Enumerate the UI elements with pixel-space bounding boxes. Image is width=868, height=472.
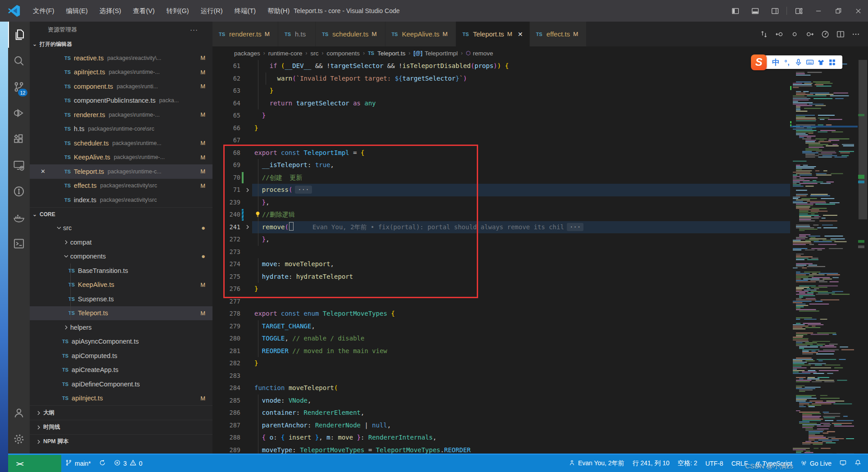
nav-back-icon[interactable] — [772, 27, 787, 42]
open-editor-item[interactable]: TSeffect.tspackages\reactivity\srcM — [30, 179, 212, 193]
breadcrumb-symbol[interactable]: TeleportImpl — [425, 50, 458, 57]
tree-item-suspense-ts[interactable]: TSSuspense.ts — [30, 292, 212, 306]
sogou-ime-logo[interactable]: S — [751, 54, 767, 70]
code-line-63[interactable]: 63 } — [212, 85, 790, 97]
menu-item[interactable]: 转到(G) — [161, 4, 195, 18]
toggle-secondary-sidebar-icon[interactable] — [765, 0, 785, 22]
minimize-icon[interactable] — [809, 0, 828, 22]
panel-大纲[interactable]: 大纲 — [30, 405, 212, 420]
panel-时间线[interactable]: 时间线 — [30, 420, 212, 434]
code-line-284[interactable]: 284function moveTeleport( — [212, 382, 790, 395]
close-icon[interactable]: ✕ — [41, 168, 45, 175]
activitybar-settings-icon[interactable] — [8, 426, 30, 452]
code-line-64[interactable]: 64 return targetSelector as any — [212, 97, 790, 110]
breadcrumb-folder[interactable]: src — [311, 50, 319, 57]
open-editor-item[interactable]: TScomponentPublicInstance.tspacka... — [30, 94, 212, 108]
statusbar-branch[interactable]: main* — [61, 455, 95, 472]
breadcrumb-folder[interactable]: components — [327, 50, 360, 57]
code-line-283[interactable]: 283 — [212, 370, 790, 382]
statusbar-blame[interactable]: Evan You, 2年前 — [565, 455, 628, 472]
code-line-69[interactable]: 69 __isTeleport: true, — [212, 159, 790, 172]
code-line-282[interactable]: 282} — [212, 357, 790, 370]
code-line-62[interactable]: 62 warn(`Invalid Teleport target: ${targ… — [212, 73, 790, 85]
statusbar-bell[interactable] — [850, 455, 865, 472]
ime-ink-icon[interactable]: °, — [782, 59, 793, 66]
code-line-288[interactable]: 288 { o: { insert }, m: move }: Renderer… — [212, 431, 790, 444]
toggle-sidebar-icon[interactable] — [725, 0, 745, 22]
code-line-65[interactable]: 65 } — [212, 109, 790, 122]
open-editor-item[interactable]: TSKeepAlive.tspackages\runtime-...M — [30, 150, 212, 165]
split-editor-icon[interactable] — [833, 27, 848, 42]
statusbar-cast[interactable] — [836, 455, 850, 472]
statusbar-indentation[interactable]: 空格: 2 — [674, 455, 701, 472]
code-line-275[interactable]: 275 hydrate: hydrateTeleport — [212, 271, 790, 283]
activitybar-search-icon[interactable] — [8, 48, 30, 74]
code-line-71[interactable]: 71 process(··· — [212, 184, 790, 196]
tab-scheduler.ts[interactable]: TSscheduler.tsM — [316, 22, 385, 46]
tree-item-apiinject-ts[interactable]: TSapiInject.tsM — [30, 391, 212, 406]
activitybar-source-control-icon[interactable]: 12 — [8, 74, 30, 100]
tree-item-compat[interactable]: compat — [30, 235, 212, 250]
tree-item-src[interactable]: src● — [30, 221, 212, 236]
code-line-273[interactable]: 273 — [212, 246, 790, 259]
menu-item[interactable]: 文件(F) — [27, 4, 60, 18]
sidebar-more-actions-icon[interactable]: ··· — [190, 26, 198, 33]
activitybar-remote-explorer-icon[interactable] — [8, 152, 30, 178]
code-line-61[interactable]: 61 if (__DEV__ && !targetSelector && !is… — [212, 60, 790, 73]
lightbulb-icon[interactable] — [254, 209, 262, 222]
statusbar-go-live[interactable]: Go Live — [796, 455, 836, 472]
code-line-285[interactable]: 285 vnode: VNode, — [212, 395, 790, 407]
tree-item-basetransition-ts[interactable]: TSBaseTransition.ts — [30, 263, 212, 278]
fold-chevron-icon[interactable] — [243, 221, 252, 234]
toggle-panel-icon[interactable] — [745, 0, 765, 22]
open-editor-item[interactable]: TSscheduler.tspackages\runtime...M — [30, 136, 212, 150]
fold-chevron-icon[interactable] — [243, 184, 252, 196]
tree-item-apiasynccomponent-ts[interactable]: TSapiAsyncComponent.ts — [30, 335, 212, 349]
breadcrumb-symbol[interactable]: remove — [473, 50, 493, 57]
open-editor-item[interactable]: TSindex.tspackages\reactivity\src — [30, 193, 212, 207]
tree-item-teleport-ts[interactable]: TSTeleport.tsM — [30, 306, 212, 321]
scrollbar[interactable] — [858, 60, 868, 455]
menu-item[interactable]: 编辑(E) — [60, 4, 94, 18]
open-editor-item[interactable]: TSreactive.tspackages\reactivity\...M — [30, 51, 212, 65]
ime-toolbar[interactable]: S 中°, — [751, 55, 842, 69]
ime-toolbox-icon[interactable] — [827, 59, 838, 66]
tab-effect.ts[interactable]: TSeffect.tsM — [530, 22, 587, 46]
statusbar-problems[interactable]: 30 — [110, 455, 147, 472]
tree-item-apidefinecomponent-ts[interactable]: TSapiDefineComponent.ts — [30, 377, 212, 391]
tree-item-apicomputed-ts[interactable]: TSapiComputed.ts — [30, 349, 212, 363]
close-icon[interactable] — [848, 0, 868, 22]
folded-code-dots[interactable]: ··· — [295, 186, 312, 194]
activitybar-account-icon[interactable] — [8, 400, 30, 426]
code-line-66[interactable]: 66} — [212, 122, 790, 135]
breadcrumb-file[interactable]: Teleport.ts — [377, 50, 405, 57]
open-changes-icon[interactable] — [756, 27, 772, 42]
tree-item-keepalive-ts[interactable]: TSKeepAlive.tsM — [30, 278, 212, 292]
code-line-272[interactable]: 272 }, — [212, 233, 790, 246]
menu-item[interactable]: 选择(S) — [94, 4, 127, 18]
close-icon[interactable]: ✕ — [518, 31, 523, 38]
statusbar-encoding[interactable]: UTF-8 — [701, 455, 728, 472]
open-editor-item[interactable]: TSh.tspackages\runtime-core\src — [30, 122, 212, 136]
code-line-68[interactable]: 68export const TeleportImpl = { — [212, 147, 790, 159]
section-open-editors[interactable]: ⌄ 打开的编辑器 — [30, 37, 212, 51]
code-line-276[interactable]: 276} — [212, 283, 790, 295]
nav-location-icon[interactable] — [787, 27, 802, 42]
tab-renderer.ts[interactable]: TSrenderer.tsM — [212, 22, 278, 46]
more-actions-icon[interactable] — [848, 27, 863, 42]
tab-KeepAlive.ts[interactable]: TSKeepAlive.tsM — [385, 22, 457, 46]
statusbar-remote-indicator[interactable]: >< — [8, 455, 61, 472]
activitybar-gitlens-icon[interactable] — [8, 178, 30, 204]
section-core[interactable]: ⌄ CORE — [30, 207, 212, 221]
activitybar-run-debug-icon[interactable] — [8, 100, 30, 126]
minimap[interactable] — [790, 60, 858, 455]
code-line-240[interactable]: 240//删除逻辑 — [212, 209, 790, 221]
ime-mic-icon[interactable] — [793, 59, 804, 66]
breadcrumb-folder[interactable]: runtime-core — [268, 50, 303, 57]
code-line-278[interactable]: 278export const enum TeleportMoveTypes { — [212, 308, 790, 320]
menu-item[interactable]: 查看(V) — [127, 4, 160, 18]
run-icon[interactable] — [818, 27, 833, 42]
ime-zhong-icon[interactable]: 中 — [770, 57, 782, 68]
ime-skin-icon[interactable] — [815, 59, 827, 66]
activitybar-extensions-icon[interactable] — [8, 126, 30, 152]
